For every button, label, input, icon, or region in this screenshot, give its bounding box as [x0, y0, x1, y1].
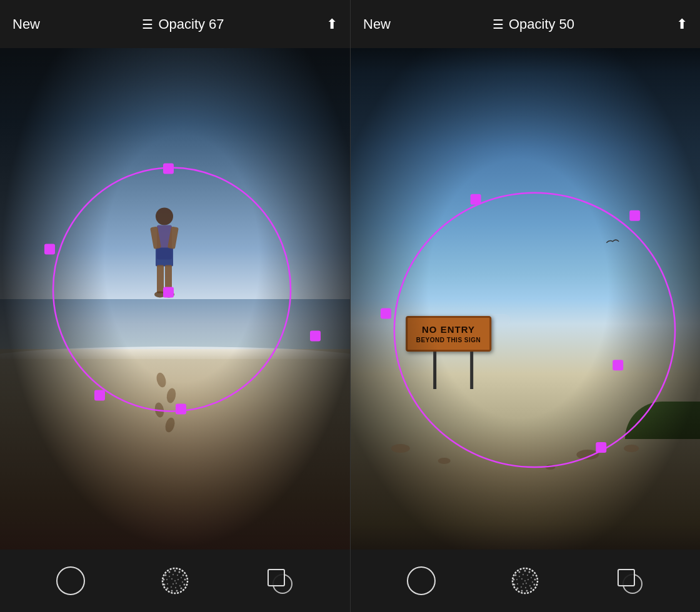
left-menu-icon[interactable]: ☰	[142, 17, 153, 32]
left-image-area	[0, 48, 350, 550]
left-layers-tool[interactable]	[263, 565, 296, 597]
right-toolbar	[351, 550, 700, 612]
left-new-button[interactable]: New	[12, 16, 40, 32]
svg-point-28	[176, 590, 178, 592]
left-layers-icon	[265, 566, 294, 595]
svg-point-38	[181, 577, 182, 578]
svg-point-85	[524, 580, 526, 581]
left-dotted-circle-icon	[161, 566, 189, 595]
svg-point-81	[525, 587, 526, 588]
svg-point-74	[519, 571, 521, 573]
svg-point-78	[531, 577, 532, 578]
svg-point-39	[182, 581, 183, 583]
right-layers-tool[interactable]	[613, 565, 646, 597]
right-dotted-tool[interactable]	[509, 565, 541, 597]
svg-point-49	[172, 583, 174, 585]
right-circle-outline-icon	[407, 566, 436, 595]
svg-point-67	[531, 588, 532, 590]
svg-point-75	[519, 576, 520, 577]
left-vignette	[0, 48, 350, 550]
svg-point-46	[171, 578, 172, 580]
left-share-icon[interactable]: ⬆	[326, 16, 338, 32]
right-panel: New ☰ Opacity 50 ⬆ NO ENTRY BEYOND THIS …	[350, 0, 700, 612]
svg-point-63	[529, 571, 531, 573]
svg-point-83	[517, 583, 518, 585]
svg-point-62	[524, 570, 526, 572]
svg-point-27	[180, 588, 182, 590]
right-beach-scene: NO ENTRY BEYOND THIS SIGN	[351, 48, 700, 550]
svg-point-65	[534, 579, 536, 581]
svg-point-26	[183, 584, 185, 586]
svg-point-76	[522, 574, 524, 575]
svg-point-25	[184, 579, 186, 581]
svg-point-79	[532, 581, 533, 583]
svg-point-31	[163, 584, 165, 586]
svg-point-24	[182, 575, 184, 576]
svg-point-35	[169, 576, 170, 577]
svg-point-48	[176, 583, 177, 584]
svg-point-66	[534, 584, 536, 586]
svg-point-47	[178, 579, 179, 580]
svg-point-42	[171, 586, 172, 588]
svg-point-22	[174, 570, 176, 572]
svg-point-33	[164, 575, 166, 576]
right-header-center: ☰ Opacity 50	[492, 16, 574, 32]
svg-point-23	[178, 571, 180, 573]
svg-point-84	[516, 579, 518, 580]
svg-point-80	[529, 585, 531, 586]
svg-point-40	[179, 585, 181, 586]
svg-point-36	[172, 574, 174, 575]
svg-point-82	[521, 586, 522, 588]
right-layers-icon	[615, 566, 644, 595]
svg-point-34	[168, 571, 170, 573]
right-circle-tool[interactable]	[405, 565, 438, 597]
left-circle-tool[interactable]	[54, 565, 87, 597]
right-title: Opacity 50	[509, 16, 574, 32]
svg-point-87	[528, 579, 529, 580]
svg-point-73	[515, 575, 517, 576]
right-header: New ☰ Opacity 50 ⬆	[351, 0, 700, 48]
svg-point-68	[526, 590, 528, 592]
right-image-area: NO ENTRY BEYOND THIS SIGN	[351, 48, 700, 550]
svg-point-41	[175, 587, 176, 588]
right-menu-icon[interactable]: ☰	[492, 17, 504, 32]
left-header-center: ☰ Opacity 67	[142, 16, 224, 32]
svg-point-77	[527, 575, 528, 576]
svg-point-45	[174, 580, 176, 581]
svg-point-44	[166, 579, 168, 580]
svg-point-64	[532, 575, 534, 576]
left-dotted-tool[interactable]	[159, 565, 191, 597]
left-header: New ☰ Opacity 67 ⬆	[0, 0, 350, 48]
svg-point-43	[167, 583, 168, 585]
svg-point-69	[521, 590, 523, 592]
svg-point-30	[166, 588, 168, 590]
left-panel: New ☰ Opacity 67 ⬆	[0, 0, 350, 612]
right-share-icon[interactable]: ⬆	[676, 16, 688, 32]
right-dotted-circle-icon	[511, 566, 539, 595]
svg-point-86	[521, 578, 522, 580]
right-new-button[interactable]: New	[363, 16, 391, 32]
svg-point-70	[517, 588, 519, 590]
svg-point-32	[162, 579, 164, 581]
right-vignette	[351, 48, 700, 550]
svg-point-37	[177, 575, 178, 576]
svg-point-88	[526, 583, 527, 584]
svg-point-29	[171, 590, 172, 592]
svg-point-72	[513, 579, 515, 581]
svg-point-89	[522, 583, 524, 585]
left-beach-scene	[0, 48, 350, 550]
left-title: Opacity 67	[158, 16, 224, 32]
svg-point-71	[514, 584, 516, 586]
left-toolbar	[0, 550, 350, 612]
left-circle-outline-icon	[56, 566, 85, 595]
